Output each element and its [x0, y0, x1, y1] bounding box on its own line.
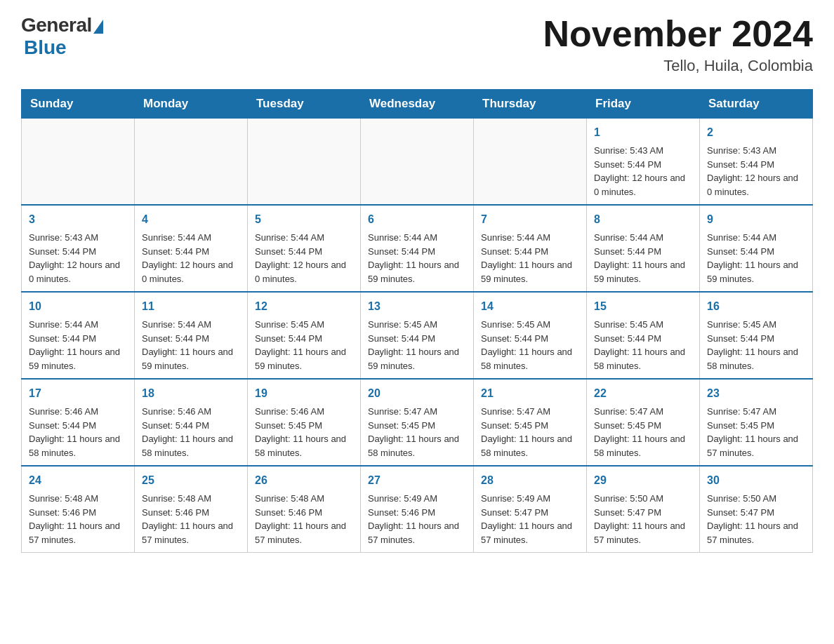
- daylight-text: Daylight: 11 hours and 57 minutes.: [707, 434, 798, 458]
- sunset-text: Sunset: 5:46 PM: [142, 507, 209, 518]
- table-row: 23Sunrise: 5:47 AMSunset: 5:45 PMDayligh…: [700, 379, 813, 466]
- col-friday: Friday: [587, 90, 700, 119]
- table-row: 1Sunrise: 5:43 AMSunset: 5:44 PMDaylight…: [587, 119, 700, 206]
- table-row: 9Sunrise: 5:44 AMSunset: 5:44 PMDaylight…: [700, 205, 813, 292]
- sunset-text: Sunset: 5:44 PM: [368, 333, 435, 344]
- sunrise-text: Sunrise: 5:47 AM: [481, 406, 550, 417]
- sunrise-text: Sunrise: 5:43 AM: [29, 232, 98, 243]
- day-number: 21: [481, 385, 579, 402]
- day-number: 12: [255, 298, 353, 315]
- daylight-text: Daylight: 11 hours and 57 minutes.: [255, 521, 346, 545]
- sunrise-text: Sunrise: 5:44 AM: [255, 232, 324, 243]
- day-number: 30: [707, 472, 805, 489]
- table-row: 28Sunrise: 5:49 AMSunset: 5:47 PMDayligh…: [474, 466, 587, 553]
- title-area: November 2024 Tello, Huila, Colombia: [543, 14, 813, 75]
- sunrise-text: Sunrise: 5:47 AM: [707, 406, 776, 417]
- table-row: 18Sunrise: 5:46 AMSunset: 5:44 PMDayligh…: [135, 379, 248, 466]
- table-row: 7Sunrise: 5:44 AMSunset: 5:44 PMDaylight…: [474, 205, 587, 292]
- table-row: [474, 119, 587, 206]
- sunrise-text: Sunrise: 5:44 AM: [142, 319, 211, 330]
- calendar-week-row: 24Sunrise: 5:48 AMSunset: 5:46 PMDayligh…: [22, 466, 813, 553]
- table-row: 3Sunrise: 5:43 AMSunset: 5:44 PMDaylight…: [22, 205, 135, 292]
- sunrise-text: Sunrise: 5:45 AM: [255, 319, 324, 330]
- table-row: 20Sunrise: 5:47 AMSunset: 5:45 PMDayligh…: [361, 379, 474, 466]
- sunrise-text: Sunrise: 5:46 AM: [29, 406, 98, 417]
- sunset-text: Sunset: 5:44 PM: [707, 159, 774, 170]
- logo-blue-text: Blue: [24, 36, 67, 58]
- col-wednesday: Wednesday: [361, 90, 474, 119]
- sunrise-text: Sunrise: 5:49 AM: [368, 493, 437, 504]
- sunrise-text: Sunrise: 5:44 AM: [481, 232, 550, 243]
- sunrise-text: Sunrise: 5:43 AM: [594, 145, 663, 156]
- day-number: 28: [481, 472, 579, 489]
- sunrise-text: Sunrise: 5:44 AM: [142, 232, 211, 243]
- sunset-text: Sunset: 5:46 PM: [255, 507, 322, 518]
- col-saturday: Saturday: [700, 90, 813, 119]
- logo: General Blue: [21, 14, 103, 59]
- day-number: 16: [707, 298, 805, 315]
- sunrise-text: Sunrise: 5:49 AM: [481, 493, 550, 504]
- sunrise-text: Sunrise: 5:48 AM: [29, 493, 98, 504]
- sunset-text: Sunset: 5:44 PM: [255, 333, 322, 344]
- daylight-text: Daylight: 11 hours and 58 minutes.: [594, 347, 685, 371]
- daylight-text: Daylight: 11 hours and 59 minutes.: [707, 260, 798, 284]
- sunset-text: Sunset: 5:44 PM: [255, 246, 322, 257]
- daylight-text: Daylight: 11 hours and 59 minutes.: [255, 347, 346, 371]
- sunset-text: Sunset: 5:45 PM: [707, 420, 774, 431]
- sunset-text: Sunset: 5:47 PM: [707, 507, 774, 518]
- daylight-text: Daylight: 11 hours and 58 minutes.: [29, 434, 120, 458]
- daylight-text: Daylight: 11 hours and 57 minutes.: [481, 521, 572, 545]
- day-number: 1: [594, 124, 692, 141]
- day-number: 9: [707, 211, 805, 228]
- table-row: 21Sunrise: 5:47 AMSunset: 5:45 PMDayligh…: [474, 379, 587, 466]
- day-number: 23: [707, 385, 805, 402]
- daylight-text: Daylight: 11 hours and 59 minutes.: [29, 347, 120, 371]
- daylight-text: Daylight: 11 hours and 57 minutes.: [142, 521, 233, 545]
- day-number: 4: [142, 211, 240, 228]
- logo-triangle-icon: [93, 20, 103, 34]
- sunset-text: Sunset: 5:44 PM: [29, 333, 96, 344]
- sunrise-text: Sunrise: 5:50 AM: [707, 493, 776, 504]
- table-row: 14Sunrise: 5:45 AMSunset: 5:44 PMDayligh…: [474, 292, 587, 379]
- day-number: 19: [255, 385, 353, 402]
- day-number: 29: [594, 472, 692, 489]
- table-row: 24Sunrise: 5:48 AMSunset: 5:46 PMDayligh…: [22, 466, 135, 553]
- table-row: [248, 119, 361, 206]
- daylight-text: Daylight: 11 hours and 59 minutes.: [142, 347, 233, 371]
- sunrise-text: Sunrise: 5:48 AM: [255, 493, 324, 504]
- table-row: 22Sunrise: 5:47 AMSunset: 5:45 PMDayligh…: [587, 379, 700, 466]
- table-row: 17Sunrise: 5:46 AMSunset: 5:44 PMDayligh…: [22, 379, 135, 466]
- table-row: [22, 119, 135, 206]
- sunrise-text: Sunrise: 5:45 AM: [594, 319, 663, 330]
- sunrise-text: Sunrise: 5:47 AM: [594, 406, 663, 417]
- daylight-text: Daylight: 12 hours and 0 minutes.: [142, 260, 233, 284]
- sunrise-text: Sunrise: 5:44 AM: [707, 232, 776, 243]
- day-number: 11: [142, 298, 240, 315]
- sunrise-text: Sunrise: 5:46 AM: [142, 406, 211, 417]
- day-number: 17: [29, 385, 127, 402]
- daylight-text: Daylight: 11 hours and 57 minutes.: [594, 521, 685, 545]
- sunrise-text: Sunrise: 5:45 AM: [707, 319, 776, 330]
- daylight-text: Daylight: 11 hours and 58 minutes.: [481, 434, 572, 458]
- page-header: General Blue November 2024 Tello, Huila,…: [21, 14, 813, 75]
- table-row: [135, 119, 248, 206]
- sunrise-text: Sunrise: 5:45 AM: [481, 319, 550, 330]
- table-row: 8Sunrise: 5:44 AMSunset: 5:44 PMDaylight…: [587, 205, 700, 292]
- sunset-text: Sunset: 5:45 PM: [481, 420, 548, 431]
- sunset-text: Sunset: 5:44 PM: [29, 246, 96, 257]
- sunset-text: Sunset: 5:44 PM: [481, 333, 548, 344]
- table-row: 15Sunrise: 5:45 AMSunset: 5:44 PMDayligh…: [587, 292, 700, 379]
- month-title: November 2024: [543, 14, 813, 54]
- calendar-table: Sunday Monday Tuesday Wednesday Thursday…: [21, 89, 813, 553]
- day-number: 20: [368, 385, 466, 402]
- calendar-header-row: Sunday Monday Tuesday Wednesday Thursday…: [22, 90, 813, 119]
- day-number: 18: [142, 385, 240, 402]
- sunset-text: Sunset: 5:44 PM: [142, 333, 209, 344]
- calendar-week-row: 1Sunrise: 5:43 AMSunset: 5:44 PMDaylight…: [22, 119, 813, 206]
- col-sunday: Sunday: [22, 90, 135, 119]
- calendar-week-row: 10Sunrise: 5:44 AMSunset: 5:44 PMDayligh…: [22, 292, 813, 379]
- day-number: 27: [368, 472, 466, 489]
- day-number: 25: [142, 472, 240, 489]
- calendar-week-row: 17Sunrise: 5:46 AMSunset: 5:44 PMDayligh…: [22, 379, 813, 466]
- day-number: 2: [707, 124, 805, 141]
